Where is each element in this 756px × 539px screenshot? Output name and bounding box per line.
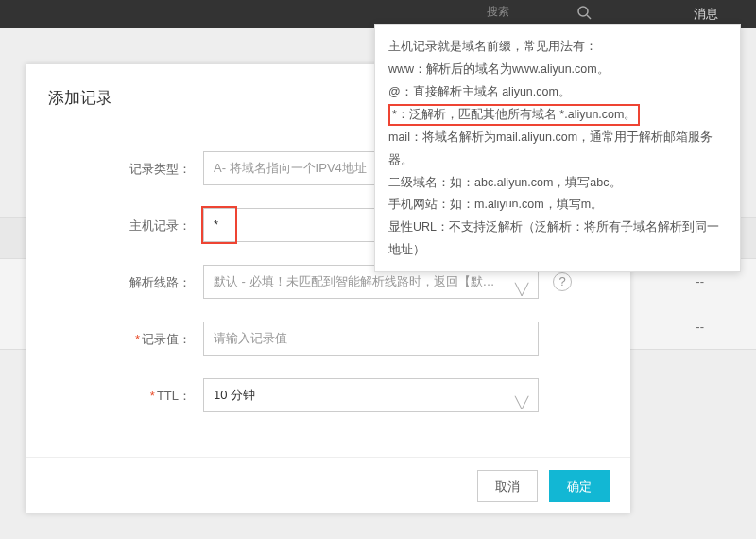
- search-placeholder[interactable]: 搜索: [487, 4, 509, 20]
- label-resolve-line: 解析线路：: [26, 274, 191, 291]
- host-tooltip: 主机记录就是域名前缀，常见用法有： www：解析后的域名为www.aliyun.…: [374, 24, 741, 272]
- input-host-value: *: [214, 217, 218, 232]
- search-icon[interactable]: [576, 5, 592, 23]
- chevron-down-icon: ╲╱: [515, 273, 528, 305]
- ok-button[interactable]: 确定: [549, 470, 610, 502]
- tooltip-line: www：解析后的域名为www.aliyun.com。: [388, 59, 727, 81]
- svg-line-1: [587, 15, 591, 19]
- label-record-type: 记录类型：: [26, 161, 191, 178]
- row-record-value: *记录值： 请输入记录值: [26, 322, 630, 359]
- select-record-type-value: A- 将域名指向一个IPV4地址: [214, 161, 367, 175]
- cancel-button[interactable]: 取消: [477, 470, 538, 502]
- select-ttl-value: 10 分钟: [214, 388, 255, 402]
- tooltip-line: @：直接解析主域名 aliyun.com。: [388, 81, 727, 104]
- input-value-placeholder: 请输入记录值: [214, 331, 287, 345]
- tooltip-line: 显性URL：不支持泛解析（泛解析：将所有子域名解析到同一地址）: [388, 217, 727, 262]
- input-record-value[interactable]: 请输入记录值: [203, 322, 539, 356]
- tooltip-line-highlight: *：泛解析，匹配其他所有域名 *.aliyun.com。: [388, 104, 640, 126]
- topbar-messages[interactable]: 消息: [694, 6, 718, 23]
- tooltip-line: 二级域名：如：abc.aliyun.com，填写abc。: [388, 172, 727, 195]
- tooltip-line: mail：将域名解析为mail.aliyun.com，通常用于解析邮箱服务器。: [388, 127, 727, 172]
- label-record-value: *记录值：: [26, 331, 191, 348]
- modal-footer: 取消 确定: [26, 457, 630, 513]
- modal-title: 添加记录: [48, 87, 112, 109]
- tooltip-line: 手机网站：如：m.aliyun.com，填写m。: [388, 194, 727, 217]
- label-ttl: *TTL：: [26, 388, 191, 405]
- help-icon[interactable]: ?: [553, 272, 572, 291]
- cell-empty: --: [696, 274, 704, 288]
- select-ttl[interactable]: 10 分钟 ╲╱: [203, 378, 539, 412]
- cell-empty: --: [696, 320, 704, 334]
- label-host-record: 主机记录：: [26, 217, 191, 235]
- svg-point-0: [578, 7, 588, 16]
- tooltip-line: 主机记录就是域名前缀，常见用法有：: [388, 36, 727, 59]
- tooltip-arrow: [504, 207, 519, 216]
- chevron-down-icon: ╲╱: [515, 387, 528, 419]
- row-ttl: *TTL： 10 分钟 ╲╱: [26, 378, 630, 416]
